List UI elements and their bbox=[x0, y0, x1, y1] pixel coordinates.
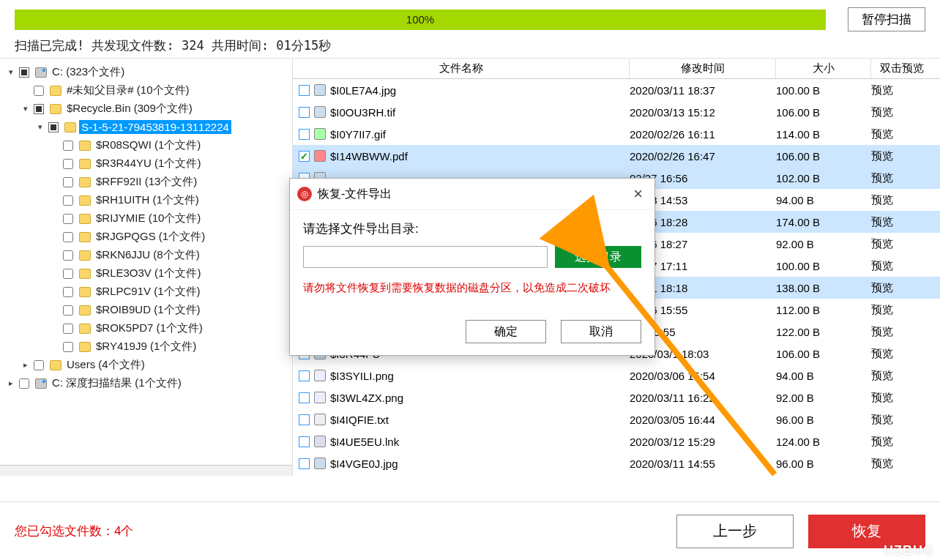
tree-caret-icon[interactable]: ▾ bbox=[6, 67, 16, 77]
file-preview-link[interactable]: 预览 bbox=[871, 435, 930, 449]
tree-checkbox[interactable] bbox=[63, 324, 73, 334]
col-header-size[interactable]: 大小 bbox=[776, 59, 871, 78]
tree-checkbox[interactable] bbox=[63, 305, 73, 316]
file-row[interactable]: $I3SYILI.png2020/03/06 15:5494.00 B预览 bbox=[293, 365, 940, 387]
file-preview-link[interactable]: 预览 bbox=[871, 127, 930, 141]
tree-caret-icon[interactable]: ▸ bbox=[20, 360, 31, 370]
tree-checkbox[interactable] bbox=[63, 141, 73, 151]
file-checkbox[interactable] bbox=[299, 107, 310, 118]
dialog-close-button[interactable]: × bbox=[629, 184, 647, 204]
dialog-titlebar[interactable]: ◎ 恢复-文件导出 × bbox=[290, 179, 654, 210]
file-checkbox[interactable] bbox=[299, 392, 310, 403]
tree-node[interactable]: ▾C: (323个文件) bbox=[0, 63, 292, 81]
file-preview-link[interactable]: 预览 bbox=[871, 237, 930, 251]
file-preview-link[interactable]: 预览 bbox=[871, 259, 930, 273]
tree-node[interactable]: #未知父目录# (10个文件) bbox=[0, 81, 292, 100]
tree-checkbox[interactable] bbox=[63, 159, 73, 169]
file-row[interactable]: $I0Y7II7.gif2020/02/26 16:11114.00 B预览 bbox=[293, 123, 940, 145]
tree-node[interactable]: $R3R44YU (1个文件) bbox=[0, 154, 292, 173]
tree-node-label: #未知父目录# (10个文件) bbox=[64, 83, 192, 98]
dialog-cancel-button[interactable]: 取消 bbox=[561, 320, 641, 343]
folder-icon bbox=[79, 195, 91, 206]
col-header-preview[interactable]: 双击预览 bbox=[871, 59, 933, 78]
tree-node-label: $RFF92II (13个文件) bbox=[94, 174, 199, 190]
tree-checkbox[interactable] bbox=[34, 86, 44, 96]
tree-node-label: Users (4个文件) bbox=[64, 357, 147, 373]
file-preview-link[interactable]: 预览 bbox=[871, 105, 930, 119]
file-checkbox[interactable] bbox=[299, 129, 310, 140]
file-checkbox[interactable] bbox=[299, 151, 310, 162]
file-preview-link[interactable]: 预览 bbox=[871, 281, 930, 295]
tree-node[interactable]: ▸C: 深度扫描结果 (1个文件) bbox=[0, 374, 292, 392]
file-preview-link[interactable]: 预览 bbox=[871, 325, 930, 339]
file-checkbox[interactable] bbox=[299, 85, 310, 96]
folder-tree[interactable]: ▾C: (323个文件)#未知父目录# (10个文件)▾$Recycle.Bin… bbox=[0, 59, 293, 476]
file-checkbox[interactable] bbox=[299, 370, 310, 381]
tree-node[interactable]: $RY419J9 (1个文件) bbox=[0, 337, 292, 356]
tree-checkbox[interactable] bbox=[63, 232, 73, 242]
tree-checkbox[interactable] bbox=[63, 177, 73, 187]
tree-node[interactable]: $R08SQWI (1个文件) bbox=[0, 136, 292, 154]
file-row[interactable]: $I4IQFIE.txt2020/03/05 16:4496.00 B预览 bbox=[293, 408, 940, 430]
tree-node[interactable]: ▸Users (4个文件) bbox=[0, 356, 292, 374]
file-size: 174.00 B bbox=[776, 216, 871, 228]
file-preview-link[interactable]: 预览 bbox=[871, 83, 930, 97]
file-size: 96.00 B bbox=[776, 414, 871, 426]
tree-node[interactable]: $RKN6JJU (8个文件) bbox=[0, 246, 292, 264]
file-preview-link[interactable]: 预览 bbox=[871, 193, 930, 207]
tree-checkbox[interactable] bbox=[63, 269, 73, 279]
tree-node[interactable]: $RFF92II (13个文件) bbox=[0, 173, 292, 191]
file-row[interactable]: $I4UE5EU.lnk2020/03/12 15:29124.00 B预览 bbox=[293, 430, 940, 452]
pause-scan-button[interactable]: 暂停扫描 bbox=[848, 7, 925, 31]
tree-checkbox-mixed[interactable] bbox=[48, 122, 59, 132]
drive-icon bbox=[35, 378, 47, 389]
tree-checkbox-mixed[interactable] bbox=[19, 67, 29, 78]
tree-checkbox[interactable] bbox=[63, 250, 73, 261]
file-row[interactable]: $I0LE7A4.jpg2020/03/11 18:37100.00 B预览 bbox=[293, 79, 940, 101]
tree-checkbox-mixed[interactable] bbox=[34, 104, 44, 114]
tree-node[interactable]: $RLPC91V (1个文件) bbox=[0, 283, 292, 301]
tree-node[interactable]: $RIJYMIE (10个文件) bbox=[0, 209, 292, 228]
export-path-input[interactable] bbox=[303, 246, 548, 268]
tree-node[interactable]: ▾S-1-5-21-79453819-13112224 bbox=[0, 118, 292, 136]
file-checkbox[interactable] bbox=[299, 436, 310, 447]
col-header-time[interactable]: 修改时间 bbox=[630, 59, 776, 78]
tree-node[interactable]: $RH1UITH (1个文件) bbox=[0, 191, 292, 209]
tree-caret-icon[interactable]: ▸ bbox=[6, 378, 16, 388]
file-checkbox[interactable] bbox=[299, 414, 310, 425]
file-preview-link[interactable]: 预览 bbox=[871, 391, 930, 405]
col-header-name[interactable]: 文件名称 bbox=[293, 59, 630, 78]
tree-checkbox[interactable] bbox=[34, 360, 44, 370]
file-row[interactable]: $I0OU3RH.tif2020/03/13 15:12106.00 B预览 bbox=[293, 101, 940, 123]
file-preview-link[interactable]: 预览 bbox=[871, 171, 930, 185]
back-button[interactable]: 上一步 bbox=[676, 515, 794, 548]
file-preview-link[interactable]: 预览 bbox=[871, 303, 930, 317]
file-preview-link[interactable]: 预览 bbox=[871, 369, 930, 383]
file-row[interactable]: $I4VGE0J.jpg2020/03/11 14:5596.00 B预览 bbox=[293, 452, 940, 474]
tree-checkbox[interactable] bbox=[63, 287, 73, 297]
dialog-ok-button[interactable]: 确定 bbox=[466, 320, 546, 343]
tree-caret-icon[interactable]: ▾ bbox=[35, 122, 45, 132]
tree-node[interactable]: $ROIB9UD (1个文件) bbox=[0, 301, 292, 319]
file-list-header: 文件名称 修改时间 大小 双击预览 bbox=[293, 59, 940, 79]
tree-checkbox[interactable] bbox=[63, 195, 73, 206]
tree-checkbox[interactable] bbox=[63, 342, 73, 352]
tree-node[interactable]: $ROK5PD7 (1个文件) bbox=[0, 319, 292, 337]
tree-node[interactable]: $RJGPQGS (1个文件) bbox=[0, 228, 292, 246]
tree-node[interactable]: $RLE3O3V (1个文件) bbox=[0, 264, 292, 283]
tree-checkbox[interactable] bbox=[19, 378, 29, 389]
file-name: $I4VGE0J.jpg bbox=[330, 458, 398, 470]
tree-node[interactable]: ▾$Recycle.Bin (309个文件) bbox=[0, 100, 292, 118]
file-preview-link[interactable]: 预览 bbox=[871, 457, 930, 471]
file-preview-link[interactable]: 预览 bbox=[871, 215, 930, 229]
file-row[interactable]: $I14WBWW.pdf2020/02/26 16:47106.00 B预览 bbox=[293, 145, 940, 167]
tree-checkbox[interactable] bbox=[63, 214, 73, 224]
file-preview-link[interactable]: 预览 bbox=[871, 347, 930, 361]
choose-dir-button[interactable]: 选择目录 bbox=[555, 246, 641, 268]
file-checkbox[interactable] bbox=[299, 458, 310, 469]
file-name: $I0OU3RH.tif bbox=[330, 106, 395, 119]
tree-caret-icon[interactable]: ▾ bbox=[20, 104, 31, 113]
file-row[interactable]: $I3WL4ZX.png2020/03/11 16:2292.00 B预览 bbox=[293, 387, 940, 408]
file-preview-link[interactable]: 预览 bbox=[871, 149, 930, 163]
file-preview-link[interactable]: 预览 bbox=[871, 413, 930, 427]
